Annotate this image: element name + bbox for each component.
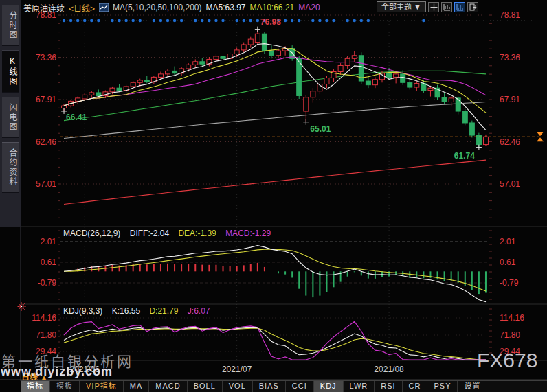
macd-macd-value: MACD:-1.29 — [225, 229, 271, 238]
ma5-value: MA5:63.97 — [205, 3, 245, 12]
toolbar-tab-2[interactable]: VIP指标 — [80, 381, 124, 392]
ma-summary: MA(5,10,20,50,100,200) — [113, 3, 201, 12]
signal-dot — [131, 19, 134, 22]
toolbar-tab-7[interactable]: BIAS — [253, 381, 286, 392]
kdj-panel-title: KDJ(9,3,3) K:16.55 D:21.79 J:6.07 — [63, 306, 217, 316]
price-annotation: 66.41 — [66, 113, 87, 122]
macd-panel — [64, 246, 486, 302]
macd-axis-label: 0.61 — [41, 257, 57, 267]
sidebar: 分时图K线图闪电图合约资料 — [0, 0, 21, 227]
macd-axis-label: 2.01 — [500, 237, 516, 246]
kdj-axis-label: 114.16 — [32, 313, 56, 323]
watermark-fx678: FX678 — [477, 349, 537, 372]
signal-dot — [159, 19, 162, 22]
signal-dot — [360, 19, 363, 22]
signal-dot — [76, 19, 79, 22]
toolbar-tab-4[interactable]: MACD — [149, 381, 187, 392]
signal-dot — [90, 19, 93, 22]
signal-dot — [284, 19, 287, 22]
price-axis-label: 62.46 — [36, 137, 56, 147]
signal-dot — [249, 19, 252, 22]
sidebar-item-1[interactable]: K线图 — [2, 50, 19, 93]
toolbar-tab-1[interactable]: 模板 — [50, 381, 80, 392]
chevron-down-icon: ▼ — [414, 3, 421, 11]
toolbar-tab-14[interactable]: 设置 — [458, 381, 487, 392]
watermark-site-url: www.diyizby.com — [1, 365, 113, 379]
signal-dot — [111, 19, 113, 22]
signal-dot — [243, 19, 245, 22]
kdj-axis-label: 71.80 — [500, 330, 520, 340]
signal-dot — [194, 19, 197, 22]
signal-dot — [325, 19, 328, 22]
signal-dot — [214, 19, 217, 22]
toolbar-tab-3[interactable]: MA — [124, 381, 150, 392]
signal-dot — [318, 19, 321, 22]
toolbar-tab-10[interactable]: LWR — [344, 381, 375, 392]
sidebar-item-0[interactable]: 分时图 — [2, 5, 19, 46]
signal-dot — [311, 19, 314, 22]
signal-dot — [235, 19, 238, 22]
signal-dot — [180, 19, 183, 22]
signal-dot — [63, 19, 65, 22]
signal-dot — [97, 19, 100, 22]
macd-panel-title: MACD(26,12,9) DIFF:-2.04 DEA:-1.39 MACD:… — [63, 229, 278, 238]
kdj-axis-label: 114.16 — [500, 313, 524, 323]
price-axis-label: 62.46 — [500, 137, 520, 147]
macd-axis-label: 2.01 — [41, 237, 57, 246]
price-annotation: 61.74 — [454, 151, 475, 161]
toolbar-tab-8[interactable]: CCI — [286, 381, 314, 392]
kdj-k-value: K:16.55 — [112, 306, 140, 316]
sidebar-item-2[interactable]: 闪电图 — [2, 97, 19, 138]
signal-dot — [346, 19, 348, 22]
toolbar-tab-12[interactable]: CR — [403, 381, 428, 392]
signal-dot — [291, 19, 293, 22]
signal-dot — [124, 19, 127, 22]
signal-dot — [298, 19, 300, 22]
kdj-j-value: J:6.07 — [188, 306, 210, 316]
chart-scale-icon[interactable] — [454, 2, 465, 12]
signal-dot — [139, 19, 142, 22]
macd-axis-label: 0.61 — [500, 257, 516, 267]
toolbar-tab-13[interactable]: PSY — [427, 381, 458, 392]
price-axis-label: 67.91 — [500, 95, 520, 104]
trading-app: 78.8178.8173.3673.3667.9167.9162.4662.46… — [0, 0, 547, 392]
date-axis-label: 2021/08 — [374, 365, 404, 374]
ma10-value: MA10:66.21 — [250, 3, 295, 12]
toolbar-tab-0[interactable]: 指标 — [21, 381, 50, 392]
topbar: 美原油连续 <日线> MA(5,10,20,50,100,200) MA5:63… — [21, 0, 547, 15]
signal-dot — [69, 19, 72, 22]
date-axis-label: 2021/07 — [222, 365, 252, 374]
price-annotation: 65.01 — [310, 124, 331, 134]
signal-dot — [153, 19, 155, 22]
price-axis-label: 57.01 — [500, 179, 520, 189]
price-axis-label: 67.91 — [36, 95, 56, 104]
macd-axis-label: -0.79 — [500, 278, 519, 288]
toolbar-tab-11[interactable]: RSI — [375, 381, 402, 392]
chart-zoom-icon[interactable] — [441, 2, 452, 12]
signal-dot — [332, 19, 335, 22]
signal-dot — [367, 19, 370, 22]
crosshair-move-icon[interactable] — [428, 2, 439, 12]
macd-title: MACD(26,12,9) — [63, 229, 120, 238]
chart-canvas[interactable]: 78.8178.8173.3673.3667.9167.9162.4662.46… — [0, 0, 547, 392]
toolbar-tab-6[interactable]: VOL — [223, 381, 253, 392]
signal-dot — [422, 19, 425, 22]
macd-diff-value: DIFF:-2.04 — [130, 229, 169, 238]
macd-dea-value: DEA:-1.39 — [178, 229, 216, 238]
signal-dot — [353, 19, 356, 22]
toolbar-tab-5[interactable]: BOLL — [188, 381, 223, 392]
sidebar-item-3[interactable]: 合约资料 — [2, 142, 19, 193]
indicator-toolbar: 指标模板VIP指标MAMACDBOLLVOLBIASCCIKDJLWRRSICR… — [21, 380, 547, 392]
price-axis-label: 73.36 — [500, 53, 520, 62]
signal-dot — [173, 19, 176, 22]
toolbar-tab-9[interactable]: KDJ — [314, 381, 344, 392]
ma20-value: MA20 — [298, 3, 320, 12]
theme-dropdown[interactable]: 全部主题 ▼ — [377, 1, 426, 12]
signal-dot — [83, 19, 86, 22]
exit-fullscreen-icon[interactable] — [467, 2, 478, 12]
price-axis-label: 73.36 — [36, 53, 56, 62]
chart-icon — [99, 3, 109, 12]
kdj-title: KDJ(9,3,3) — [63, 306, 102, 316]
macd-axis-label: -0.79 — [38, 278, 57, 288]
price-panel — [62, 30, 489, 205]
